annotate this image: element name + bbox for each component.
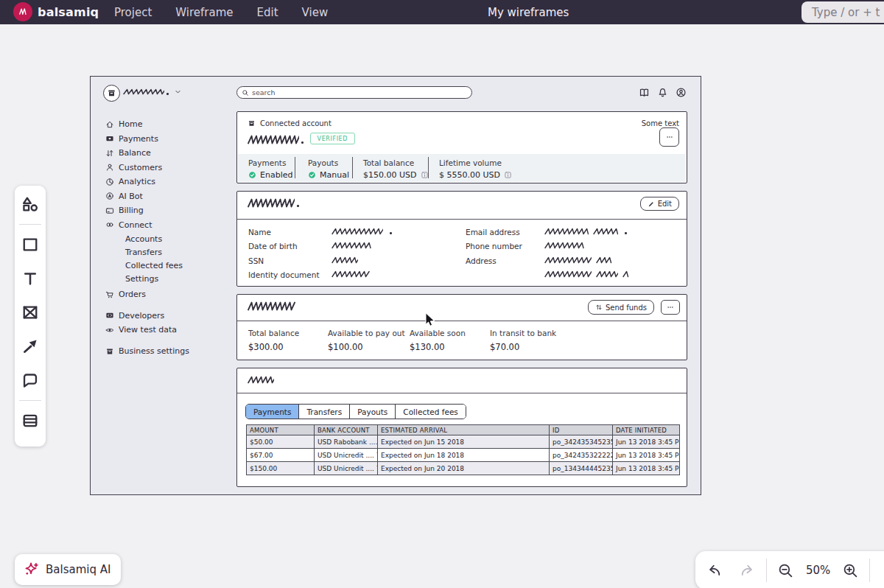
ui-library-tool[interactable] bbox=[21, 195, 40, 214]
activity-tabs: Payments Transfers Payouts Collected fee… bbox=[245, 404, 466, 419]
connected-account-panel[interactable]: Connected account Some text VERIFIED Pay… bbox=[236, 111, 687, 183]
stat-total-balance: Total balance $300.00 bbox=[248, 329, 299, 352]
project-title: My wireframes bbox=[488, 0, 569, 24]
mock-header-icons bbox=[639, 87, 687, 98]
send-funds-button[interactable]: Send funds bbox=[588, 300, 654, 315]
verified-badge: VERIFIED bbox=[310, 133, 355, 144]
sidebar-item-developers[interactable]: Developers bbox=[105, 311, 223, 321]
sidebar-item-view-test-data[interactable]: View test data bbox=[105, 325, 223, 335]
text-icon bbox=[21, 270, 39, 287]
edit-button[interactable]: Edit bbox=[640, 197, 679, 211]
sidebar-item-business-settings[interactable]: Business settings bbox=[105, 346, 223, 356]
up-down-arrows-icon bbox=[595, 304, 603, 311]
field-row: Identity document bbox=[237, 270, 687, 281]
more-options-button[interactable] bbox=[659, 127, 679, 147]
tab-transfers[interactable]: Transfers bbox=[299, 405, 350, 419]
up-down-arrows-icon bbox=[105, 149, 114, 158]
code-icon bbox=[105, 311, 114, 320]
balsamiq-logo-icon bbox=[13, 2, 32, 21]
value-squiggle bbox=[332, 242, 372, 249]
check-circle-icon bbox=[308, 171, 316, 179]
divider bbox=[295, 157, 295, 178]
balsamiq-ai-button[interactable]: Balsamiq AI bbox=[15, 554, 121, 585]
datagrid-tool[interactable] bbox=[21, 411, 40, 430]
datagrid-icon bbox=[21, 412, 39, 430]
comment-tool[interactable] bbox=[21, 371, 40, 390]
sidebar-item-analytics[interactable]: Analytics bbox=[105, 177, 223, 186]
payments-table[interactable]: AMOUNT BANK ACCOUNT ESTIMATED ARRIVAL ID… bbox=[246, 424, 680, 475]
menu-wireframe[interactable]: Wireframe bbox=[175, 6, 233, 19]
sidebar-item-ai-bot[interactable]: AI Bot bbox=[105, 192, 223, 201]
zoom-out-icon[interactable] bbox=[777, 562, 794, 579]
sidebar-item-accounts[interactable]: Accounts bbox=[105, 234, 223, 244]
sparkle-icon bbox=[24, 561, 40, 578]
quick-add-placeholder: Type / or + t bbox=[812, 6, 880, 19]
field-row: Date of birth Phone number bbox=[237, 242, 687, 253]
mock-account-switcher[interactable] bbox=[123, 88, 182, 96]
wireframe-canvas[interactable]: search Home Payments Balance Customers A… bbox=[90, 76, 701, 495]
quick-add-input[interactable]: Type / or + t bbox=[801, 1, 884, 23]
pie-chart-icon bbox=[105, 178, 114, 186]
stat-payments: Payments Enabled bbox=[248, 158, 292, 180]
menu-project[interactable]: Project bbox=[114, 6, 152, 19]
sidebar-item-collected-fees[interactable]: Collected fees bbox=[105, 261, 223, 270]
sidebar-item-settings[interactable]: Settings bbox=[105, 274, 223, 284]
field-row: Name Email address bbox=[237, 228, 687, 239]
divider bbox=[869, 559, 870, 582]
sidebar-item-customers[interactable]: Customers bbox=[105, 163, 223, 172]
undo-icon[interactable] bbox=[706, 562, 723, 579]
rectangle-tool[interactable] bbox=[21, 235, 40, 254]
sidebar-item-orders[interactable]: Orders bbox=[105, 290, 223, 299]
arrow-icon bbox=[21, 337, 39, 355]
mock-sidebar-nav: Home Payments Balance Customers Analytic… bbox=[105, 119, 223, 361]
divider bbox=[428, 157, 429, 178]
mock-app-logo[interactable] bbox=[103, 85, 120, 102]
sidebar-item-home[interactable]: Home bbox=[105, 119, 223, 129]
menu-view[interactable]: View bbox=[302, 6, 329, 19]
dot bbox=[625, 232, 627, 234]
brand-squiggle-icon bbox=[16, 5, 29, 18]
zoom-in-icon[interactable] bbox=[842, 562, 859, 579]
image-icon bbox=[21, 304, 39, 321]
balsamiq-brand[interactable]: balsamiq bbox=[13, 2, 99, 21]
balance-panel[interactable]: Send funds Total balance $300.00 Availab… bbox=[236, 294, 687, 360]
tab-payments[interactable]: Payments bbox=[246, 405, 299, 419]
book-icon[interactable] bbox=[639, 87, 650, 98]
tab-payouts[interactable]: Payouts bbox=[350, 405, 396, 419]
value-squiggle bbox=[332, 270, 370, 278]
redo-icon[interactable] bbox=[739, 562, 756, 579]
balsamiq-editor: { "topbar": { "brand": "balsamiq", "menu… bbox=[0, 0, 884, 588]
activity-panel[interactable]: Payments Transfers Payouts Collected fee… bbox=[236, 368, 687, 487]
account-details-panel[interactable]: Edit Name Email address Date of birth Ph… bbox=[236, 191, 687, 287]
info-icon[interactable] bbox=[421, 171, 429, 179]
comment-icon bbox=[21, 371, 39, 389]
value-squiggle bbox=[544, 270, 592, 278]
panel-title-row: Edit bbox=[248, 198, 679, 208]
account-stats-row: Payments Enabled Payouts Manual Total ba… bbox=[238, 154, 686, 182]
arrow-tool[interactable] bbox=[21, 337, 40, 356]
account-icon[interactable] bbox=[676, 87, 687, 98]
text-tool[interactable] bbox=[21, 269, 40, 288]
sidebar-item-transfers[interactable]: Transfers bbox=[105, 248, 223, 257]
bell-icon[interactable] bbox=[657, 87, 668, 98]
box-icon bbox=[105, 347, 114, 356]
mock-search-input[interactable]: search bbox=[236, 86, 472, 99]
divider bbox=[352, 157, 353, 178]
image-tool[interactable] bbox=[21, 303, 40, 322]
sidebar-item-balance[interactable]: Balance bbox=[105, 148, 223, 158]
panel-header: Connected account Some text bbox=[248, 119, 679, 127]
info-icon[interactable] bbox=[504, 171, 512, 179]
box-icon bbox=[248, 119, 256, 127]
menu-edit[interactable]: Edit bbox=[257, 6, 278, 19]
zoom-level[interactable]: 50% bbox=[806, 564, 830, 577]
billing-card-icon bbox=[105, 206, 114, 215]
sidebar-item-connect[interactable]: Connect bbox=[105, 220, 223, 230]
panel-title-squiggle bbox=[248, 198, 295, 208]
sidebar-item-payments[interactable]: Payments bbox=[105, 134, 223, 144]
box-icon bbox=[107, 88, 116, 98]
search-placeholder: search bbox=[252, 88, 276, 97]
sidebar-item-billing[interactable]: Billing bbox=[105, 206, 223, 215]
more-options-button[interactable] bbox=[661, 300, 680, 315]
mouse-cursor bbox=[425, 312, 438, 327]
tab-collected-fees[interactable]: Collected fees bbox=[396, 405, 466, 419]
